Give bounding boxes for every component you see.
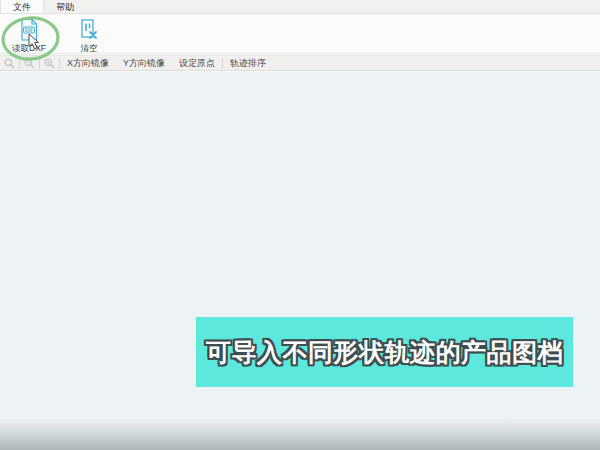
app-window: 文件 帮助 DXF 读取DXF 清空 — [0, 0, 600, 450]
clear-icon — [79, 18, 99, 42]
menu-tab-file[interactable]: 文件 — [0, 0, 44, 13]
trajectory-sort-button[interactable]: 轨迹排序 — [223, 57, 273, 70]
menu-tab-help[interactable]: 帮助 — [44, 0, 86, 13]
dxf-document-icon: DXF — [18, 18, 40, 42]
clear-label: 清空 — [81, 43, 98, 55]
zoom-out-icon[interactable] — [20, 58, 39, 69]
set-origin-button[interactable]: 设定原点 — [172, 57, 222, 70]
clear-button[interactable]: 清空 — [66, 18, 112, 55]
status-gradient-bar — [0, 418, 600, 450]
read-dxf-label: 读取DXF — [12, 43, 46, 55]
mirror-x-button[interactable]: X方向镜像 — [60, 57, 116, 70]
mirror-y-button[interactable]: Y方向镜像 — [116, 57, 172, 70]
caption-banner: 可导入不同形状轨迹的产品图档 — [196, 317, 573, 387]
zoom-icon[interactable] — [0, 58, 19, 69]
drawing-canvas[interactable] — [0, 72, 600, 450]
secondary-toolbar: X方向镜像 Y方向镜像 设定原点 轨迹排序 — [0, 55, 600, 71]
caption-text: 可导入不同形状轨迹的产品图档 — [206, 336, 563, 369]
read-dxf-button[interactable]: DXF 读取DXF — [6, 18, 52, 55]
zoom-in-icon[interactable] — [40, 58, 59, 69]
menu-bar: 文件 帮助 — [0, 0, 600, 14]
ribbon-toolbar: DXF 读取DXF 清空 — [0, 15, 600, 54]
svg-text:DXF: DXF — [25, 28, 34, 33]
